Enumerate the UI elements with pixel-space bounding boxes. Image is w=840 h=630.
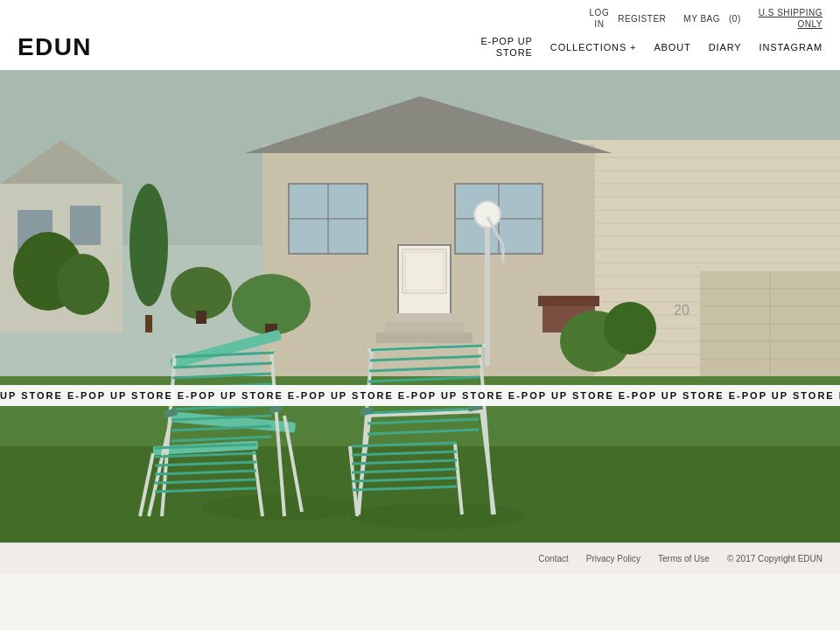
footer-contact[interactable]: Contact xyxy=(538,554,568,564)
nav-collections[interactable]: COLLECTIONS + xyxy=(550,42,637,52)
nav-diary[interactable]: DIARY xyxy=(709,42,742,52)
svg-rect-47 xyxy=(394,313,455,322)
nav-epopup[interactable]: E-POP UPSTORE xyxy=(480,36,532,59)
svg-point-54 xyxy=(130,184,168,306)
footer-terms[interactable]: Terms of Use xyxy=(658,554,710,564)
bag-group: MY BAG (0) xyxy=(683,14,740,24)
svg-point-63 xyxy=(604,302,656,354)
svg-rect-48 xyxy=(485,217,490,366)
svg-text:20: 20 xyxy=(674,303,690,318)
register-link[interactable]: REGISTER xyxy=(618,14,666,24)
svg-rect-45 xyxy=(376,332,472,343)
nav-instagram[interactable]: INSTAGRAM xyxy=(760,42,823,52)
hero-image: 20 xyxy=(0,70,840,542)
login-link[interactable]: LOGIN xyxy=(590,7,610,30)
svg-text:UP STORE    E-POP UP STORE    : UP STORE E-POP UP STORE E-POP UP STORE E… xyxy=(0,390,840,401)
bag-count: (0) xyxy=(729,14,741,24)
header-top-bar: LOGIN REGISTER MY BAG (0) U.S SHIPPINGON… xyxy=(0,0,840,33)
footer: Contact Privacy Policy Terms of Use © 20… xyxy=(0,542,840,574)
footer-privacy[interactable]: Privacy Policy xyxy=(586,554,640,564)
svg-rect-55 xyxy=(145,315,152,332)
svg-point-68 xyxy=(350,503,525,529)
auth-links: LOGIN REGISTER xyxy=(590,7,667,30)
footer-copyright: © 2017 Copyright EDUN xyxy=(727,554,822,564)
my-bag-link[interactable]: MY BAG xyxy=(683,14,720,24)
svg-point-67 xyxy=(201,494,359,521)
svg-rect-53 xyxy=(538,296,599,306)
shipping-link[interactable]: U.S SHIPPINGONLY xyxy=(759,7,822,30)
svg-point-61 xyxy=(57,254,109,315)
header-main: EDUN E-POP UPSTORE COLLECTIONS + ABOUT D… xyxy=(0,33,840,70)
svg-point-49 xyxy=(474,201,500,228)
shipping-group: U.S SHIPPINGONLY xyxy=(759,7,822,30)
nav-about[interactable]: ABOUT xyxy=(654,42,690,52)
svg-rect-5 xyxy=(70,206,101,245)
svg-rect-57 xyxy=(196,311,206,324)
hero-section: 20 xyxy=(0,70,840,542)
site-logo[interactable]: EDUN xyxy=(18,33,92,61)
main-nav: E-POP UPSTORE COLLECTIONS + ABOUT DIARY … xyxy=(480,36,822,59)
svg-rect-46 xyxy=(385,322,464,332)
